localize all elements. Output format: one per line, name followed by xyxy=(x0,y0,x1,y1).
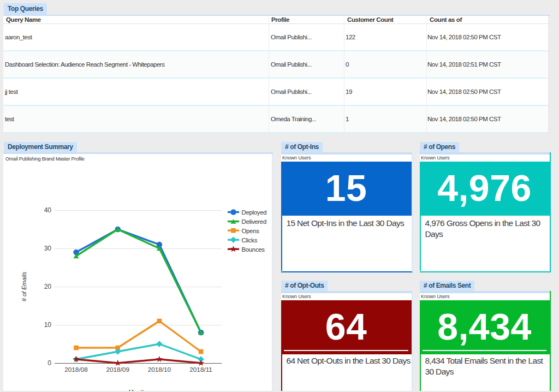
svg-text:40: 40 xyxy=(44,206,52,214)
svg-text:0: 0 xyxy=(47,359,51,367)
svg-text:Opens: Opens xyxy=(242,228,260,234)
svg-text:Clicks: Clicks xyxy=(242,237,258,243)
svg-text:2018/08: 2018/08 xyxy=(64,366,88,373)
svg-text:Delivered: Delivered xyxy=(242,218,266,225)
svg-text:10: 10 xyxy=(44,321,52,329)
svg-text:Bounces: Bounces xyxy=(242,246,265,253)
svg-text:20: 20 xyxy=(44,283,52,290)
svg-text:2018/10: 2018/10 xyxy=(148,366,171,373)
svg-text:30: 30 xyxy=(44,245,52,252)
svg-text:# of Emails: # of Emails xyxy=(21,271,27,301)
svg-text:2018/11: 2018/11 xyxy=(189,366,212,373)
svg-text:Deployed: Deployed xyxy=(242,209,267,216)
svg-text:2018/09: 2018/09 xyxy=(106,366,129,373)
